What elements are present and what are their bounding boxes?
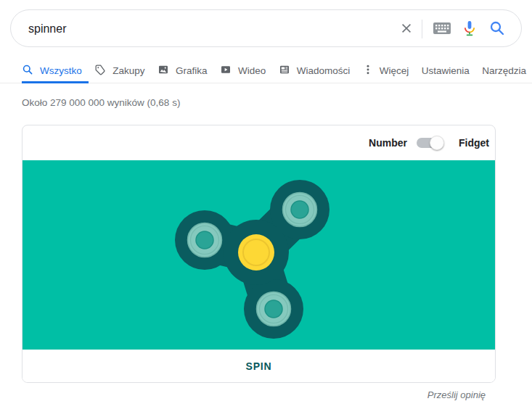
image-icon (157, 64, 169, 78)
results-tabs: Wszystko Zakupy Grafika (0, 58, 532, 83)
tab-label: Wiadomości (297, 65, 351, 76)
spin-bar: SPIN (22, 350, 495, 382)
tab-label: Grafika (176, 65, 208, 76)
mode-toggle-switch[interactable] (417, 136, 443, 150)
tab-grafika[interactable]: Grafika (157, 64, 208, 78)
tab-wszystko[interactable]: Wszystko (22, 64, 82, 78)
search-icon[interactable] (488, 20, 506, 37)
search-input[interactable]: spinner (28, 10, 66, 48)
tab-zakupy[interactable]: Zakupy (94, 64, 144, 78)
tab-label: Wszystko (40, 65, 82, 76)
tab-wiecej[interactable]: Więcej (363, 64, 409, 78)
active-tab-underline (22, 81, 89, 83)
tab-label: Więcej (380, 65, 409, 76)
results-stats: Około 279 000 000 wyników (0,68 s) (22, 97, 180, 108)
news-icon (279, 64, 290, 78)
send-feedback-link[interactable]: Prześlij opinię (22, 389, 496, 400)
searchbar-divider (422, 20, 422, 38)
tab-label: Ustawienia (422, 65, 470, 76)
toggle-label-fidget[interactable]: Fidget (459, 137, 489, 149)
toggle-knob[interactable] (430, 136, 444, 150)
toggle-label-number[interactable]: Number (369, 137, 407, 149)
tab-ustawienia[interactable]: Ustawienia (422, 65, 470, 76)
fidget-spinner-graphic (22, 160, 495, 350)
tab-wiadomosci[interactable]: Wiadomości (279, 64, 351, 78)
spin-button[interactable]: SPIN (246, 360, 272, 372)
tab-wideo[interactable]: Wideo (220, 64, 266, 78)
shopping-tag-icon (94, 64, 106, 78)
spinner-bearing-left (188, 223, 222, 257)
mic-icon[interactable] (461, 19, 478, 38)
more-vert-icon (363, 64, 373, 78)
tab-label: Narzędzia (482, 65, 526, 76)
spinner-hub (238, 234, 274, 271)
fidget-spinner-canvas[interactable] (22, 160, 495, 350)
spinner-bearing-bottom (257, 292, 291, 326)
google-search-results-page: spinner (0, 0, 532, 417)
spinner-mode-header: Number Fidget (22, 125, 495, 160)
tab-label: Zakupy (112, 65, 144, 76)
search-icon (22, 64, 33, 78)
search-bar[interactable]: spinner (10, 9, 522, 47)
video-icon (220, 64, 232, 78)
spinner-bearing-top-right (283, 193, 317, 227)
keyboard-icon[interactable] (433, 21, 451, 36)
clear-icon[interactable] (398, 20, 415, 37)
spinner-widget-card: Number Fidget (22, 125, 496, 383)
tab-label: Wideo (238, 65, 266, 76)
tab-narzedzia[interactable]: Narzędzia (482, 65, 526, 76)
